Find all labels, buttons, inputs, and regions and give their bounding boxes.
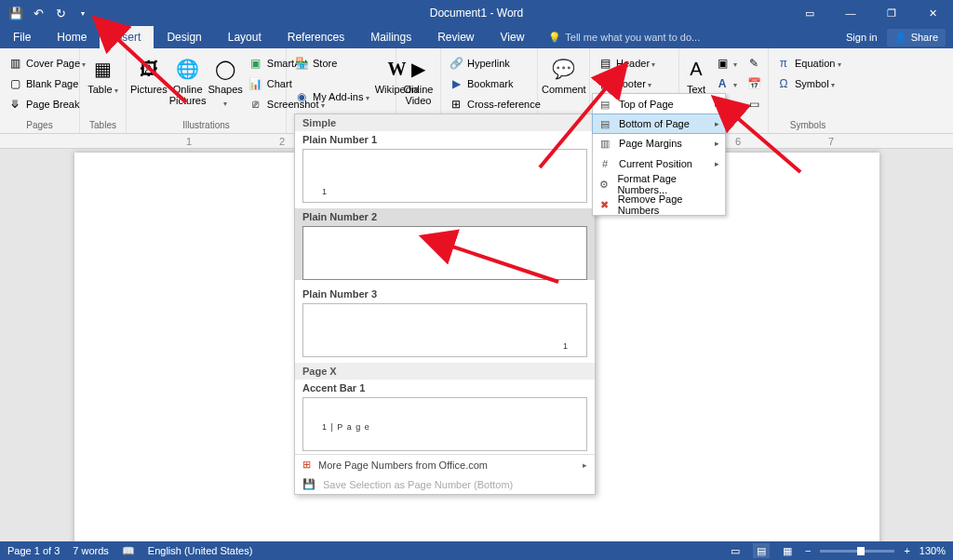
view-print-layout[interactable]: ▤	[753, 543, 770, 558]
menu-current-position[interactable]: #Current Position▸	[593, 153, 725, 174]
menu-label: Page Margins	[619, 138, 682, 149]
current-position-icon: #	[597, 158, 613, 169]
menu-page-margins[interactable]: ▥Page Margins▸	[593, 133, 725, 153]
online-video-button[interactable]: ▶Online Video	[400, 52, 436, 106]
preview-number: 1 | P a g e	[322, 422, 370, 432]
pictures-button[interactable]: 🖼Pictures	[130, 52, 168, 95]
online-pictures-label: Online Pictures	[169, 84, 207, 106]
more-page-numbers[interactable]: ⊞More Page Numbers from Office.com▸	[295, 455, 595, 474]
tab-design[interactable]: Design	[154, 26, 214, 48]
gallery-section-pagex: Page X	[295, 363, 595, 380]
menu-remove-page-numbers[interactable]: ✖Remove Page Numbers	[593, 194, 725, 215]
gallery-item-accent-bar-1[interactable]: Accent Bar 1 1 | P a g e	[295, 380, 595, 451]
blank-page-icon: ▢	[7, 76, 22, 91]
tell-me-search[interactable]: 💡 Tell me what you want to do...	[537, 26, 700, 48]
preview-number: 1	[563, 341, 568, 351]
online-pictures-icon: 🌐	[175, 56, 201, 82]
my-addins-button[interactable]: ◉My Add-ins	[290, 87, 373, 106]
ruler-tick: 2	[279, 136, 285, 147]
zoom-out-button[interactable]: −	[805, 545, 811, 556]
smartart-icon: ▣	[248, 56, 263, 71]
ruler-tick: 6	[735, 136, 741, 147]
ruler-tick: 7	[828, 136, 834, 147]
quick-parts-button[interactable]: ▣	[711, 54, 741, 73]
tab-mailings[interactable]: Mailings	[357, 26, 424, 48]
zoom-in-button[interactable]: +	[904, 545, 909, 556]
tab-file[interactable]: File	[0, 26, 44, 48]
tab-view[interactable]: View	[488, 26, 538, 48]
page-break-button[interactable]: ⤋Page Break	[4, 95, 89, 113]
date-time-icon: 📅	[746, 76, 761, 91]
share-button[interactable]: 👤 Share	[887, 29, 946, 47]
gallery-item-plain-number-3[interactable]: Plain Number 3 1	[295, 286, 595, 357]
save-icon[interactable]: 💾	[6, 3, 26, 23]
signature-icon: ✎	[746, 56, 761, 71]
date-time-button[interactable]: 📅	[743, 74, 765, 93]
status-page[interactable]: Page 1 of 3	[7, 545, 60, 556]
gallery-scroll[interactable]: Simple Plain Number 1 1 Plain Number 2 1…	[295, 114, 595, 454]
status-language[interactable]: English (United States)	[148, 545, 253, 556]
page-number-gallery: Simple Plain Number 1 1 Plain Number 2 1…	[294, 113, 596, 495]
text-box-icon: A	[683, 56, 709, 82]
tab-layout[interactable]: Layout	[215, 26, 275, 48]
gallery-item-title: Plain Number 1	[295, 131, 595, 147]
cover-page-button[interactable]: ▥Cover Page	[4, 54, 89, 73]
table-button[interactable]: ▦ Table	[84, 52, 122, 97]
wordart-button[interactable]: A	[711, 74, 741, 93]
ribbon-display-options-icon[interactable]: ▭	[789, 0, 830, 26]
minimize-icon[interactable]: —	[830, 0, 871, 26]
menu-format-page-numbers[interactable]: ⚙Format Page Numbers...	[593, 174, 725, 194]
chevron-right-icon: ▸	[715, 159, 719, 168]
tab-home[interactable]: Home	[44, 26, 100, 48]
view-read-mode[interactable]: ▭	[727, 543, 744, 558]
hyperlink-button[interactable]: 🔗Hyperlink	[445, 54, 544, 73]
restore-icon[interactable]: ❐	[871, 0, 912, 26]
top-of-page-icon: ▤	[597, 99, 613, 111]
bookmark-label: Bookmark	[467, 78, 514, 89]
drop-cap-caret	[733, 99, 737, 110]
object-button[interactable]: ▭	[743, 95, 765, 113]
footer-button[interactable]: ▤Footer	[594, 74, 678, 93]
signature-line-button[interactable]: ✎	[743, 54, 765, 73]
comment-button[interactable]: 💬Comment	[542, 52, 586, 95]
zoom-level[interactable]: 130%	[919, 545, 946, 556]
tab-references[interactable]: References	[275, 26, 357, 48]
status-word-count[interactable]: 7 words	[73, 545, 109, 556]
tab-review[interactable]: Review	[424, 26, 487, 48]
comment-label: Comment	[542, 84, 586, 95]
close-icon[interactable]: ✕	[912, 0, 953, 26]
group-pages: ▥Cover Page ▢Blank Page ⤋Page Break Page…	[0, 48, 80, 133]
pictures-label: Pictures	[130, 84, 168, 95]
zoom-slider[interactable]	[820, 550, 894, 553]
menu-bottom-of-page[interactable]: ▤Bottom of Page▸	[592, 113, 726, 134]
cross-reference-button[interactable]: ⊞Cross-reference	[445, 95, 544, 113]
qat-customize-icon[interactable]	[73, 3, 93, 23]
equation-button[interactable]: πEquation	[772, 54, 845, 73]
symbol-button[interactable]: ΩSymbol	[772, 74, 845, 93]
store-icon: 🏪	[294, 56, 309, 71]
title-bar: 💾 ↶ ↻ Document1 - Word ▭ — ❐ ✕	[0, 0, 953, 26]
view-web-layout[interactable]: ▦	[779, 543, 796, 558]
group-label-illustrations: Illustrations	[130, 120, 282, 133]
sign-in-link[interactable]: Sign in	[846, 32, 878, 43]
store-button[interactable]: 🏪Store	[290, 54, 373, 73]
tab-insert[interactable]: Insert	[100, 26, 154, 48]
online-pictures-button[interactable]: 🌐Online Pictures	[169, 52, 207, 106]
bookmark-button[interactable]: ▶Bookmark	[445, 74, 544, 93]
screenshot-icon: ⎚	[248, 97, 263, 112]
my-addins-icon: ◉	[294, 89, 309, 104]
header-button[interactable]: ▤Header	[594, 54, 678, 73]
blank-page-button[interactable]: ▢Blank Page	[4, 74, 89, 93]
gallery-item-plain-number-1[interactable]: Plain Number 1 1	[295, 131, 595, 203]
redo-icon[interactable]: ↻	[50, 3, 71, 23]
menu-label: Bottom of Page	[619, 118, 690, 129]
gallery-item-plain-number-2[interactable]: Plain Number 2 1	[295, 208, 595, 280]
shapes-icon: ◯	[212, 56, 238, 82]
undo-icon[interactable]: ↶	[28, 3, 48, 23]
gallery-item-title: Plain Number 3	[295, 286, 595, 301]
shapes-button[interactable]: ◯Shapes	[208, 52, 242, 110]
status-spellcheck-icon[interactable]: 📖	[122, 545, 135, 557]
symbol-icon: Ω	[776, 76, 791, 91]
menu-top-of-page[interactable]: ▤Top of Page▸	[593, 94, 725, 114]
chevron-right-icon: ▸	[583, 460, 587, 470]
